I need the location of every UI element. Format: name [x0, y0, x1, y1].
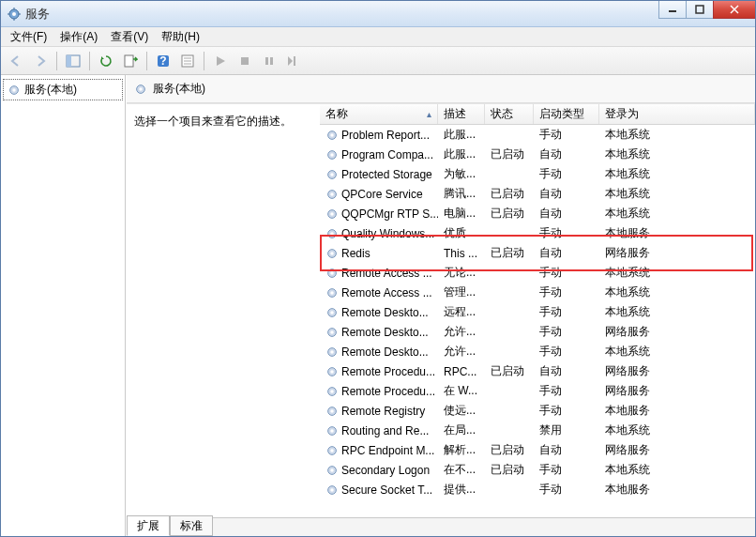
column-name[interactable]: 名称▴ — [320, 104, 438, 124]
pause-service-button[interactable] — [258, 50, 280, 72]
service-row[interactable]: Remote Deskto...允许...手动本地系统 — [320, 342, 755, 361]
service-desc: 电脑... — [438, 206, 485, 222]
back-button[interactable] — [5, 50, 27, 72]
toolbar-separator — [56, 52, 57, 70]
service-logon: 网络服务 — [599, 442, 755, 458]
menu-bar: 文件(F) 操作(A) 查看(V) 帮助(H) — [1, 27, 755, 47]
tree-root-item[interactable]: 服务(本地) — [3, 79, 123, 100]
service-name: Secondary Logon — [341, 464, 430, 477]
column-status[interactable]: 状态 — [485, 104, 534, 124]
svg-point-56 — [330, 409, 334, 413]
gear-icon — [325, 207, 339, 221]
title-bar: 服务 — [1, 1, 755, 27]
start-service-button[interactable] — [209, 50, 232, 72]
tree-root-label: 服务(本地) — [24, 82, 77, 98]
service-row[interactable]: Secondary Logon在不...已启动手动本地系统 — [320, 460, 755, 480]
service-row[interactable]: RedisThis ...已启动自动网络服务 — [320, 243, 755, 263]
service-desc: 无论... — [438, 265, 485, 281]
stop-service-button[interactable] — [234, 50, 256, 72]
restart-service-button[interactable] — [282, 50, 305, 72]
service-row[interactable]: Quality Windows...优质...手动本地服务 — [320, 223, 755, 243]
svg-point-52 — [330, 370, 334, 374]
service-name: Routing and Re... — [341, 424, 429, 437]
services-icon — [7, 7, 22, 22]
service-startup: 手动 — [534, 324, 599, 340]
service-row[interactable]: Remote Registry使远...手动本地服务 — [320, 401, 755, 421]
service-row[interactable]: Remote Access ...无论...手动本地系统 — [320, 263, 755, 283]
service-row[interactable]: Remote Deskto...远程...手动本地系统 — [320, 302, 755, 322]
properties-button[interactable] — [176, 50, 199, 72]
svg-rect-7 — [696, 6, 703, 13]
service-status: 已启动 — [485, 245, 534, 261]
service-startup: 自动 — [534, 146, 599, 162]
svg-point-24 — [12, 88, 16, 92]
service-startup: 禁用 — [534, 422, 599, 438]
svg-point-32 — [330, 173, 334, 176]
export-list-button[interactable] — [119, 50, 142, 72]
gear-icon — [325, 385, 339, 398]
svg-point-58 — [330, 429, 334, 433]
service-row[interactable]: Problem Report...此服...手动本地系统 — [320, 125, 755, 145]
details-header: 服务(本地) — [127, 75, 755, 103]
help-button[interactable]: ? — [152, 50, 174, 72]
service-logon: 本地系统 — [599, 304, 755, 320]
service-logon: 本地系统 — [599, 344, 755, 360]
service-name: Quality Windows... — [341, 227, 434, 240]
window-title: 服务 — [25, 6, 50, 23]
service-row[interactable]: Remote Procedu...RPC...已启动自动网络服务 — [320, 361, 755, 381]
menu-help[interactable]: 帮助(H) — [156, 27, 205, 47]
svg-point-34 — [330, 192, 334, 196]
gear-icon — [325, 306, 339, 319]
gear-icon — [325, 227, 339, 240]
menu-file[interactable]: 文件(F) — [5, 27, 53, 47]
service-startup: 手动 — [534, 304, 599, 320]
service-row[interactable]: Protected Storage为敏...手动本地系统 — [320, 164, 755, 184]
menu-action[interactable]: 操作(A) — [54, 27, 103, 47]
toolbar-separator — [146, 52, 147, 70]
show-hide-tree-button[interactable] — [62, 50, 84, 72]
tab-standard[interactable]: 标准 — [170, 515, 213, 536]
service-row[interactable]: Remote Deskto...允许...手动网络服务 — [320, 322, 755, 342]
maximize-button[interactable] — [686, 1, 714, 19]
tab-extended[interactable]: 扩展 — [127, 515, 170, 536]
services-list[interactable]: 名称▴ 描述 状态 启动类型 登录为 Problem Report...此服..… — [320, 104, 755, 517]
service-logon: 本地系统 — [599, 186, 755, 202]
service-row[interactable]: RPC Endpoint M...解析...已启动自动网络服务 — [320, 440, 755, 460]
gear-icon — [325, 129, 339, 142]
service-desc: 使远... — [438, 403, 485, 419]
service-status: 已启动 — [485, 462, 534, 478]
minimize-button[interactable] — [658, 1, 687, 19]
svg-point-38 — [330, 232, 334, 236]
service-desc: 解析... — [438, 442, 485, 458]
list-header: 名称▴ 描述 状态 启动类型 登录为 — [320, 104, 755, 125]
service-name: QQPCMgr RTP S... — [341, 207, 438, 221]
service-name: RPC Endpoint M... — [341, 444, 434, 457]
svg-point-46 — [330, 311, 334, 315]
service-row[interactable]: Program Compa...此服...已启动自动本地系统 — [320, 145, 755, 164]
menu-view[interactable]: 查看(V) — [105, 27, 154, 47]
service-row[interactable]: QQPCMgr RTP S...电脑...已启动自动本地系统 — [320, 204, 755, 223]
service-status: 已启动 — [485, 146, 534, 162]
svg-text:?: ? — [159, 54, 166, 68]
refresh-button[interactable] — [95, 50, 117, 72]
service-desc: 允许... — [438, 324, 485, 340]
service-row[interactable]: Routing and Re...在局...禁用本地系统 — [320, 421, 755, 440]
service-row[interactable]: Remote Procedu...在 W...手动网络服务 — [320, 381, 755, 401]
gear-icon — [325, 188, 339, 201]
svg-point-1 — [12, 12, 16, 16]
svg-point-60 — [330, 449, 334, 453]
gear-icon — [8, 84, 21, 97]
column-startup[interactable]: 启动类型 — [534, 104, 599, 124]
service-row[interactable]: Remote Access ...管理...手动本地系统 — [320, 283, 755, 302]
service-row[interactable]: QPCore Service腾讯...已启动自动本地系统 — [320, 184, 755, 204]
service-startup: 手动 — [534, 482, 599, 498]
gear-icon — [325, 247, 339, 260]
svg-rect-21 — [270, 57, 273, 65]
forward-button[interactable] — [29, 50, 52, 72]
close-button[interactable] — [713, 1, 756, 19]
gear-icon — [325, 326, 339, 339]
svg-point-62 — [330, 468, 334, 472]
column-description[interactable]: 描述 — [438, 104, 485, 124]
column-logon[interactable]: 登录为 — [599, 104, 755, 124]
service-row[interactable]: Secure Socket T...提供...手动本地服务 — [320, 480, 755, 499]
